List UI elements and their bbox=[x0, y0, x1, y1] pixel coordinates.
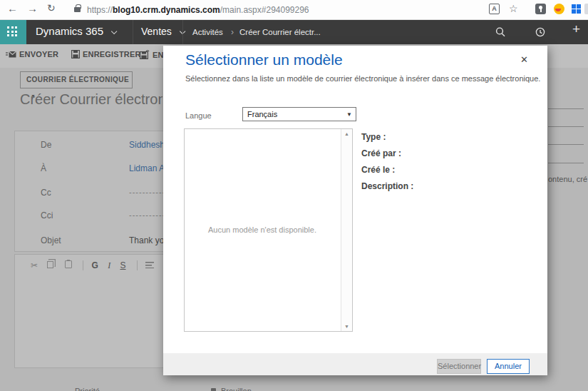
close-icon[interactable]: ✕ bbox=[520, 54, 528, 65]
nav-app-label: Dynamics 365 bbox=[36, 25, 103, 37]
select-button[interactable]: Sélectionner bbox=[437, 359, 481, 374]
breadcrumb-current: Créer Courrier électr... bbox=[239, 28, 321, 36]
breadcrumb-separator: › bbox=[231, 27, 234, 37]
url-scheme: https:// bbox=[87, 5, 113, 15]
nav-module-menu[interactable]: Ventes bbox=[141, 26, 183, 37]
extension-yellow-icon[interactable] bbox=[554, 4, 564, 14]
detail-created-on-label: Créé le : bbox=[361, 165, 395, 175]
select-template-dialog: Sélectionner un modèle ✕ Sélectionnez da… bbox=[163, 46, 547, 375]
nav-divider bbox=[182, 20, 183, 44]
app-launcher-waffle-icon[interactable] bbox=[0, 20, 26, 44]
scroll-up-icon[interactable]: ▲ bbox=[344, 131, 349, 136]
history-icon[interactable] bbox=[535, 26, 546, 41]
language-select[interactable]: Français ▼ bbox=[242, 107, 356, 121]
empty-list-message: Aucun modèle n'est disponible. bbox=[185, 225, 340, 234]
nav-module-label: Ventes bbox=[141, 26, 172, 37]
translate-icon[interactable]: A bbox=[489, 4, 500, 14]
template-listbox[interactable]: Aucun modèle n'est disponible. ▲ ▼ bbox=[184, 128, 353, 332]
detail-type-label: Type : bbox=[361, 132, 386, 142]
browser-toolbar: ← → ↻ https://blog10.crm.dynamics.com/ma… bbox=[0, 0, 588, 20]
search-icon[interactable] bbox=[495, 26, 506, 41]
windows-logo-icon[interactable] bbox=[572, 4, 581, 14]
dialog-title: Sélectionner un modèle bbox=[185, 51, 343, 68]
nav-app-menu[interactable]: Dynamics 365 bbox=[36, 25, 115, 37]
extension-partial-icon[interactable] bbox=[584, 4, 588, 14]
nav-divider bbox=[133, 20, 133, 44]
extension-keyhole-icon[interactable] bbox=[535, 4, 546, 14]
browser-forward-icon[interactable]: → bbox=[27, 2, 38, 14]
address-bar[interactable]: https://blog10.crm.dynamics.com/main.asp… bbox=[87, 5, 309, 15]
chevron-down-icon bbox=[111, 29, 117, 34]
scroll-down-icon[interactable]: ▼ bbox=[344, 324, 349, 329]
language-label: Langue bbox=[185, 111, 212, 120]
dialog-subtitle: Sélectionnez dans la liste un modèle de … bbox=[185, 74, 542, 83]
cancel-button[interactable]: Annuler bbox=[487, 359, 530, 374]
detail-created-by-label: Créé par : bbox=[361, 148, 401, 158]
plus-icon[interactable]: + bbox=[572, 21, 580, 37]
browser-reload-icon[interactable]: ↻ bbox=[47, 2, 56, 14]
bookmark-star-icon[interactable]: ☆ bbox=[509, 3, 518, 14]
listbox-scrollbar[interactable]: ▲ ▼ bbox=[341, 129, 352, 331]
ssl-lock-icon bbox=[74, 7, 81, 12]
url-domain: blog10.crm.dynamics.com bbox=[113, 5, 220, 15]
browser-back-icon[interactable]: ← bbox=[7, 2, 18, 14]
language-selected-value: Français bbox=[247, 110, 277, 118]
url-path: /main.aspx#294099296 bbox=[220, 5, 309, 15]
detail-description-label: Description : bbox=[361, 181, 413, 191]
breadcrumb-activities[interactable]: Activités bbox=[192, 28, 223, 36]
d365-navbar: Dynamics 365 Ventes Activités › Créer Co… bbox=[0, 20, 588, 44]
select-caret-icon: ▼ bbox=[346, 111, 352, 118]
